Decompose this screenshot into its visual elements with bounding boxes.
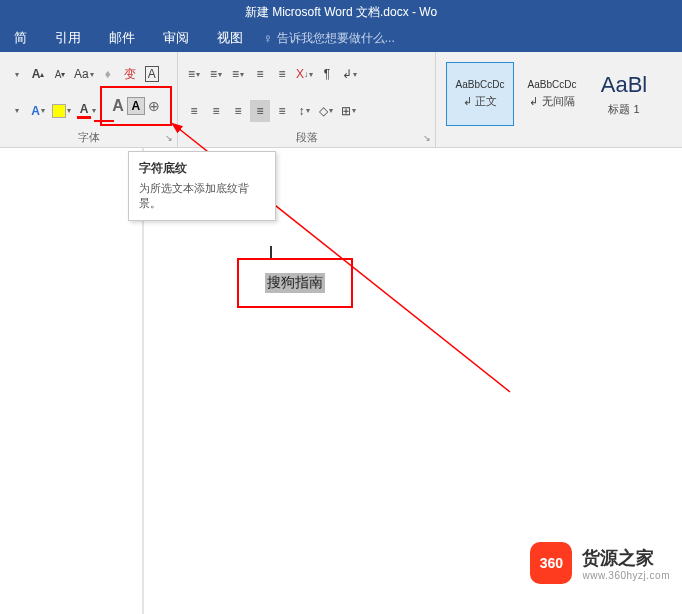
watermark-url: www.360hyzj.com: [582, 570, 670, 581]
style-nospacing-label: ↲ 无间隔: [529, 94, 574, 109]
tooltip-title: 字符底纹: [139, 160, 265, 177]
align-right-button[interactable]: ≡: [228, 100, 248, 122]
show-marks-button[interactable]: ¶: [317, 63, 337, 85]
line-spacing-button[interactable]: ↕▾: [294, 100, 314, 122]
font-dropdown-caret[interactable]: ▾: [6, 63, 26, 85]
style-heading1-label: 标题 1: [608, 102, 639, 117]
tooltip-body: 为所选文本添加底纹背景。: [139, 181, 265, 212]
tab-view[interactable]: 视图: [203, 24, 257, 52]
watermark: 360 货源之家 www.360hyzj.com: [530, 542, 670, 584]
tell-me-box[interactable]: ♀ 告诉我您想要做什么...: [263, 30, 395, 47]
style-normal-label: ↲ 正文: [463, 94, 497, 109]
style-nospacing-preview: AaBbCcDc: [528, 79, 577, 90]
tab-review[interactable]: 审阅: [149, 24, 203, 52]
style-heading1[interactable]: AaBl 标题 1: [590, 62, 658, 126]
enclose-characters-icon: ⊕: [148, 98, 160, 114]
paragraph-group: ≡▾ ≡▾ ≡▾ ≡ ≡ X↓▾ ¶ ↲▾ ≡ ≡ ≡ ≡ ≡ ↕▾ ◇▾ ⊞▾…: [178, 52, 436, 147]
character-border-button[interactable]: A: [142, 63, 162, 85]
tab-references[interactable]: 引用: [41, 24, 95, 52]
tell-me-placeholder: 告诉我您想要做什么...: [277, 30, 395, 47]
font-group-label: 字体: [6, 129, 171, 145]
style-heading1-preview: AaBl: [601, 72, 647, 98]
clear-formatting-button[interactable]: ♦: [98, 63, 118, 85]
watermark-badge: 360: [530, 542, 572, 584]
sort-button[interactable]: X↓▾: [294, 63, 315, 85]
styles-group: AaBbCcDc ↲ 正文 AaBbCcDc ↲ 无间隔 AaBl 标题 1: [436, 52, 682, 147]
justify-button[interactable]: ≡: [250, 100, 270, 122]
annotation-mark-horz: [94, 120, 114, 122]
selected-text-highlight-box: 搜狗指南: [237, 258, 353, 308]
highlight-button[interactable]: ▾: [50, 100, 73, 122]
text-cursor-indicator: [270, 246, 272, 258]
tab-mailings[interactable]: 邮件: [95, 24, 149, 52]
numbering-button[interactable]: ≡▾: [206, 63, 226, 85]
text-effects-button[interactable]: A▾: [28, 100, 48, 122]
increase-indent-button[interactable]: ≡: [272, 63, 292, 85]
shading-selected-icon: A: [127, 97, 145, 115]
style-normal-preview: AaBbCcDc: [456, 79, 505, 90]
decrease-indent-button[interactable]: ≡: [250, 63, 270, 85]
style-no-spacing[interactable]: AaBbCcDc ↲ 无间隔: [518, 62, 586, 126]
tab-simplified[interactable]: 简: [0, 24, 41, 52]
style-normal[interactable]: AaBbCcDc ↲ 正文: [446, 62, 514, 126]
borders-button[interactable]: ⊞▾: [338, 100, 358, 122]
paragraph-dialog-launcher[interactable]: ↘: [421, 133, 433, 145]
document-selected-text[interactable]: 搜狗指南: [265, 273, 325, 293]
phonetic-guide-button[interactable]: 变: [120, 63, 140, 85]
character-shading-tooltip: 字符底纹 为所选文本添加底纹背景。: [128, 151, 276, 221]
shading-a-icon: A: [112, 97, 124, 115]
multilevel-list-button[interactable]: ≡▾: [228, 63, 248, 85]
paragraph-shading-button[interactable]: ◇▾: [316, 100, 336, 122]
align-left-button[interactable]: ≡: [184, 100, 204, 122]
asian-layout-button[interactable]: ↲▾: [339, 63, 359, 85]
bullets-button[interactable]: ≡▾: [184, 63, 204, 85]
ribbon-tab-bar: 简 引用 邮件 审阅 视图 ♀ 告诉我您想要做什么...: [0, 24, 682, 52]
font-dialog-launcher[interactable]: ↘: [163, 133, 175, 145]
align-center-button[interactable]: ≡: [206, 100, 226, 122]
grow-font-button[interactable]: A▴: [28, 63, 48, 85]
font-size-caret[interactable]: ▾: [6, 100, 26, 122]
distributed-button[interactable]: ≡: [272, 100, 292, 122]
watermark-title: 货源之家: [582, 546, 670, 570]
lightbulb-icon: ♀: [263, 31, 273, 46]
change-case-button[interactable]: Aa▾: [72, 63, 96, 85]
font-color-button[interactable]: A▾: [75, 100, 98, 122]
shrink-font-button[interactable]: A▾: [50, 63, 70, 85]
title-bar: 新建 Microsoft Word 文档.docx - Wo: [0, 0, 682, 24]
paragraph-group-label: 段落: [184, 129, 429, 145]
